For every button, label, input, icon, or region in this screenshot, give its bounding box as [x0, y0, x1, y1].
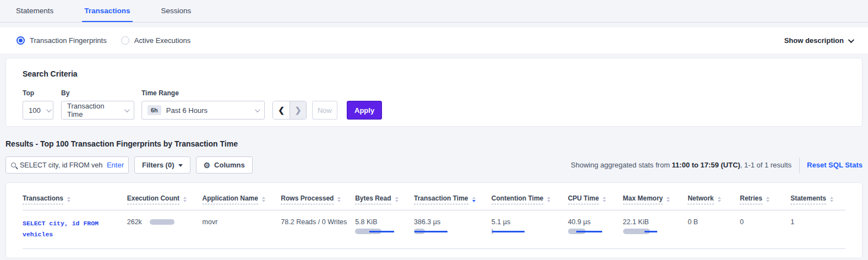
sort-icon[interactable] [603, 197, 606, 202]
sort-icon[interactable] [67, 197, 70, 202]
sort-icon[interactable] [262, 197, 265, 202]
col-header-max-memory: Max Memory [623, 194, 688, 204]
by-field: By Transaction Time [61, 89, 134, 120]
search-criteria-title: Search Criteria [17, 69, 851, 78]
bytes-read-bar [355, 229, 411, 234]
col-label[interactable]: Transactions [23, 194, 63, 204]
radio-active-executions[interactable]: Active Executions [121, 36, 191, 45]
now-button[interactable]: Now [312, 101, 337, 120]
transaction-time-bar [414, 229, 488, 234]
tab-transactions[interactable]: Transactions [82, 0, 132, 22]
execution-count-value: 262k [127, 218, 142, 226]
gear-icon: ⚙ [204, 161, 211, 169]
chevron-down-icon [255, 107, 260, 112]
cell-rows-processed: 78.2 Reads / 0 Writes [281, 218, 355, 226]
col-header-cpu-time: CPU Time [568, 194, 623, 204]
radio-label: Transaction Fingerprints [30, 36, 107, 45]
stats-prefix: Showing aggregated stats from [571, 161, 672, 169]
transactions-table-card: Transactions Execution Count Application… [6, 182, 862, 258]
cell-cpu-time: 40.9 µs [568, 218, 623, 234]
columns-button[interactable]: ⚙ Columns [196, 156, 253, 174]
col-label[interactable]: Transaction Time [414, 194, 468, 204]
time-prev-button[interactable]: ❮ [273, 101, 290, 119]
col-label[interactable]: Statements [790, 194, 826, 204]
col-header-rows-processed: Rows Processed [281, 194, 355, 204]
time-range-select[interactable]: 6h Past 6 Hours [141, 101, 265, 120]
cpu-time-value: 40.9 µs [568, 218, 591, 226]
col-label[interactable]: Retries [740, 194, 762, 204]
sort-icon[interactable] [547, 197, 550, 202]
col-header-retries: Retries [740, 194, 790, 204]
caret-down-icon [178, 164, 183, 167]
reset-sql-stats-link[interactable]: Reset SQL Stats [807, 161, 862, 169]
apply-button[interactable]: Apply [347, 101, 382, 120]
col-header-transactions: Transactions [23, 194, 127, 204]
col-header-application-name: Application Name [203, 194, 281, 204]
tab-statements[interactable]: Statements [14, 0, 56, 22]
col-label[interactable]: Application Name [203, 194, 258, 204]
col-label[interactable]: Execution Count [127, 194, 179, 204]
search-box: Enter [6, 156, 129, 174]
stats-area: Showing aggregated stats from 11:00 to 1… [571, 158, 862, 173]
cell-bytes-read: 5.8 KiB [355, 218, 414, 234]
transaction-fingerprint-link[interactable]: SELECT city, id FROM vehicles [23, 220, 99, 238]
col-header-statements: Statements [790, 194, 845, 204]
divider [799, 158, 800, 173]
cell-max-memory: 22.1 KiB [623, 218, 688, 234]
col-label[interactable]: Contention Time [492, 194, 543, 204]
col-label[interactable]: Network [687, 194, 713, 204]
stats-time-range: 11:00 to 17:59 (UTC) [672, 161, 740, 169]
col-label[interactable]: CPU Time [568, 194, 599, 204]
search-input[interactable] [20, 161, 103, 169]
time-range-value-wrap: 6h Past 6 Hours [148, 105, 208, 115]
top-select-value: 100 [29, 106, 41, 115]
cell-retries: 0 [740, 218, 790, 226]
by-select[interactable]: Transaction Time [61, 101, 134, 120]
sort-icon[interactable] [718, 197, 721, 202]
search-enter-button[interactable]: Enter [107, 161, 124, 169]
contention-time-value: 5.1 µs [492, 218, 510, 226]
execution-count-bar [150, 219, 174, 225]
cell-execution-count: 262k [127, 218, 203, 226]
radio-label: Active Executions [134, 36, 191, 45]
tab-sessions[interactable]: Sessions [159, 0, 194, 22]
search-icon [11, 162, 16, 167]
time-range-label: Time Range [141, 89, 265, 97]
results-controls-row: Enter Filters (0) ⚙ Columns Showing aggr… [6, 156, 862, 174]
cell-network: 0 B [687, 218, 740, 226]
radio-transaction-fingerprints[interactable]: Transaction Fingerprints [17, 36, 107, 45]
aggregated-stats-text: Showing aggregated stats from 11:00 to 1… [571, 161, 791, 169]
sort-icon[interactable] [830, 197, 833, 202]
max-memory-bar [623, 229, 685, 234]
col-header-transaction-time: Transaction Time [414, 194, 492, 204]
contention-time-bar [492, 229, 565, 234]
sort-icon[interactable] [395, 197, 398, 202]
col-header-network: Network [687, 194, 740, 204]
filters-button[interactable]: Filters (0) [134, 156, 190, 174]
cell-statements: 1 [790, 218, 845, 226]
col-label[interactable]: Max Memory [623, 194, 663, 204]
time-range-badge: 6h [148, 105, 161, 115]
show-description-label: Show description [784, 36, 844, 45]
page-tabs: Statements Transactions Sessions [0, 0, 868, 23]
cell-transaction: SELECT city, id FROM vehicles [23, 218, 127, 240]
sort-icon[interactable] [472, 197, 476, 202]
top-select[interactable]: 100 [23, 101, 53, 120]
max-memory-value: 22.1 KiB [623, 218, 649, 226]
col-label[interactable]: Bytes Read [355, 194, 391, 204]
time-next-button[interactable]: ❯ [290, 101, 306, 119]
search-criteria-card: Search Criteria Top 100 By Transaction T… [6, 58, 862, 127]
sort-icon[interactable] [766, 197, 769, 202]
col-header-bytes-read: Bytes Read [355, 194, 414, 204]
top-label: Top [23, 89, 53, 97]
show-description-toggle[interactable]: Show description [784, 36, 853, 45]
view-radio-group: Transaction Fingerprints Active Executio… [17, 36, 190, 45]
col-label[interactable]: Rows Processed [281, 194, 334, 204]
sort-icon[interactable] [337, 197, 341, 202]
chevron-down-icon [848, 36, 854, 42]
col-header-execution-count: Execution Count [127, 194, 203, 204]
sort-icon[interactable] [183, 197, 187, 202]
columns-label: Columns [214, 161, 245, 169]
radio-unselected-icon [121, 36, 129, 45]
sort-icon[interactable] [667, 197, 670, 202]
